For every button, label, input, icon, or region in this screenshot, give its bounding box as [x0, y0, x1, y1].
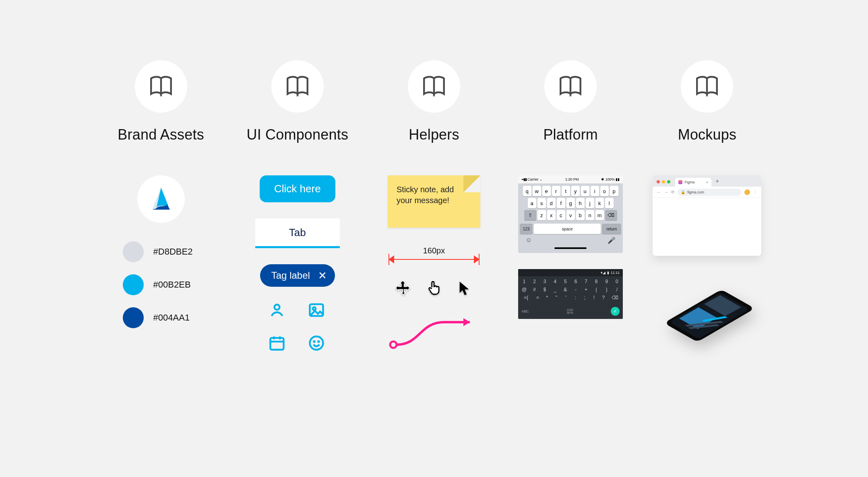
numbers-key[interactable]: 123 [520, 224, 533, 234]
zoom-window-icon[interactable] [667, 180, 670, 183]
reload-icon[interactable]: ⟳ [671, 190, 674, 194]
color-swatch[interactable] [123, 274, 144, 295]
window-traffic-lights[interactable] [655, 180, 670, 187]
keyboard-key[interactable]: u [581, 186, 589, 196]
keyboard-key[interactable]: c [557, 210, 565, 220]
keyboard-key[interactable]: _ [552, 287, 559, 292]
back-icon[interactable]: ← [657, 190, 661, 194]
primary-button[interactable]: Click here [260, 175, 335, 202]
keyboard-key[interactable]: ( [593, 287, 600, 292]
keyboard-key[interactable]: ' [563, 295, 569, 300]
keyboard-key[interactable]: ; [582, 295, 588, 300]
color-swatch-row[interactable]: #D8DBE2 [123, 241, 199, 262]
keyboard-key[interactable]: m [595, 210, 604, 220]
color-swatch-row[interactable]: #00B2EB [123, 274, 199, 295]
sticky-note[interactable]: Sticky note, add your message! [388, 175, 480, 228]
keyboard-key[interactable]: ? [600, 295, 606, 300]
keyboard-key[interactable]: 1 [521, 279, 528, 284]
keyboard-key[interactable]: 6 [572, 279, 579, 284]
keyboard-key[interactable]: - [572, 287, 579, 292]
keyboard-key[interactable]: e [542, 186, 551, 196]
forward-icon[interactable]: → [664, 190, 668, 194]
mic-key[interactable]: 🎤 [608, 236, 616, 244]
abc-key[interactable]: ABC [521, 309, 529, 313]
keyboard-key[interactable]: 5 [562, 279, 569, 284]
keyboard-key[interactable]: * [544, 295, 550, 300]
backspace-key[interactable]: ⌫ [610, 295, 620, 300]
keyboard-key[interactable]: g [566, 198, 575, 208]
close-icon[interactable]: ✕ [318, 270, 327, 281]
column-ui-components: UI Components Click here Tab Tag label ✕ [237, 60, 358, 354]
brand-logo[interactable] [137, 175, 185, 223]
profile-avatar[interactable] [744, 189, 750, 195]
emoji-key[interactable]: ☺ [525, 236, 532, 244]
keyboard-key[interactable]: l [605, 198, 614, 208]
book-icon [148, 72, 174, 101]
keyboard-key[interactable]: + [583, 287, 590, 292]
close-tab-icon[interactable]: × [706, 180, 709, 185]
browser-tab[interactable]: Figma × [675, 178, 711, 187]
keyboard-key[interactable]: 4 [552, 279, 559, 284]
calendar-icon[interactable] [268, 334, 287, 354]
keyboard-key[interactable]: $ [541, 287, 548, 292]
new-tab-button[interactable]: + [713, 178, 721, 187]
color-swatch-row[interactable]: #004AA1 [123, 307, 199, 328]
keyboard-key[interactable]: h [576, 198, 585, 208]
keyboard-key[interactable]: d [547, 198, 556, 208]
keyboard-key[interactable]: p [610, 186, 618, 196]
tag-chip[interactable]: Tag label ✕ [260, 264, 335, 287]
keyboard-key[interactable]: t [562, 186, 570, 196]
keyboard-key[interactable]: 9 [603, 279, 610, 284]
keyboard-key[interactable]: / [614, 287, 621, 292]
minimize-window-icon[interactable] [662, 180, 665, 183]
phone-perspective-mockup[interactable] [657, 276, 757, 344]
keyboard-key[interactable]: v [566, 210, 575, 220]
keyboard-key[interactable]: 0 [614, 279, 621, 284]
color-swatch[interactable] [123, 241, 144, 262]
keyboard-key[interactable]: a [528, 198, 536, 208]
image-icon[interactable] [308, 301, 327, 321]
keyboard-key[interactable]: x [547, 210, 556, 220]
keyboard-key[interactable]: n [586, 210, 594, 220]
keyboard-key[interactable]: 3 [541, 279, 548, 284]
keyboard-key[interactable]: o [600, 186, 609, 196]
space-key[interactable]: space [534, 224, 601, 234]
keyboard-key[interactable]: z [537, 210, 546, 220]
user-icon[interactable] [268, 301, 287, 321]
keyboard-key[interactable]: i [591, 186, 599, 196]
android-keyboard[interactable]: ▾◢ ▮ 11:11 1234567890 @#$_&-+()/ ={ =*"'… [518, 269, 623, 319]
menu-icon[interactable]: ⋮ [753, 190, 757, 194]
ios-keyboard[interactable]: ▪▪▮▮ Carrier ⌄ 1:20 PM ✱ 100% ▮▮ qwertyu… [518, 175, 623, 253]
keyboard-key[interactable]: 7 [583, 279, 590, 284]
keyboard-key[interactable]: k [595, 198, 604, 208]
keyboard-key[interactable]: r [552, 186, 560, 196]
browser-mockup[interactable]: Figma × + ← → ⟳ 🔒 figma.com [653, 175, 761, 256]
return-key[interactable]: return [602, 224, 621, 234]
keyboard-key[interactable]: b [576, 210, 585, 220]
close-window-icon[interactable] [657, 180, 660, 183]
smile-icon[interactable] [308, 334, 327, 354]
symbols-key[interactable]: ={ [521, 295, 531, 300]
keyboard-key[interactable]: @ [521, 287, 528, 292]
keyboard-key[interactable]: ) [603, 287, 610, 292]
keyboard-key[interactable]: & [562, 287, 569, 292]
shift-key[interactable]: ⇧ [524, 210, 536, 220]
keyboard-key[interactable]: 8 [593, 279, 600, 284]
keyboard-key[interactable]: w [533, 186, 541, 196]
keyboard-key[interactable]: f [557, 198, 565, 208]
address-bar[interactable]: 🔒 figma.com [678, 189, 741, 196]
tab[interactable]: Tab [255, 218, 340, 248]
backspace-key[interactable]: ⌫ [605, 210, 617, 220]
keyboard-key[interactable]: ! [591, 295, 597, 300]
keyboard-key[interactable]: y [571, 186, 580, 196]
keyboard-key[interactable]: 2 [531, 279, 538, 284]
keyboard-key[interactable]: = [535, 295, 541, 300]
keyboard-key[interactable]: s [537, 198, 546, 208]
keyboard-key[interactable]: # [531, 287, 538, 292]
keyboard-key[interactable]: : [572, 295, 578, 300]
keyboard-key[interactable]: q [523, 186, 531, 196]
keyboard-key[interactable]: j [586, 198, 594, 208]
color-swatch[interactable] [123, 307, 144, 328]
send-key[interactable]: ✓ [611, 307, 620, 316]
keyboard-key[interactable]: " [554, 295, 560, 300]
